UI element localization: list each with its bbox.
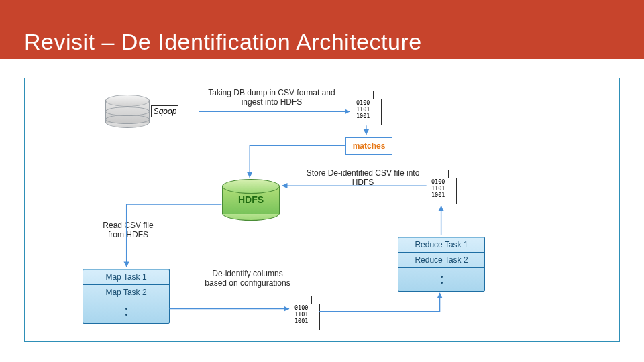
map-task-row: Map Task 1 [83, 269, 169, 285]
database-cylinder [105, 95, 150, 128]
map-task-row: Map Task 2 [83, 285, 169, 300]
label-ingest: Taking DB dump in CSV format and ingest … [205, 88, 339, 107]
hdfs-label: HDFS [238, 194, 264, 205]
diagram-canvas: Sqoop Taking DB dump in CSV format and i… [24, 78, 620, 342]
binary-text-1: 010011011001 [356, 99, 370, 119]
slide-title: Revisit – De Identification Architecture [24, 29, 422, 55]
label-read: Read CSV file from HDFS [95, 221, 162, 239]
binary-text-2: 010011011001 [294, 304, 308, 324]
reduce-task-row: Reduce Task 1 [398, 237, 484, 253]
sqoop-arrow: Sqoop [151, 101, 198, 121]
map-task-stack: Map Task 1 Map Task 2 [83, 269, 170, 324]
matches-box: matches [345, 137, 392, 155]
reduce-task-row: Reduce Task 2 [398, 253, 484, 268]
label-store: Store De-identified CSV file into HDFS [305, 168, 421, 187]
label-deid: De-identify columns based on configurati… [201, 269, 294, 288]
hdfs-cylinder: HDFS [222, 179, 280, 221]
reduce-task-stack: Reduce Task 1 Reduce Task 2 [398, 237, 485, 292]
binary-text-3: 010011011001 [431, 178, 445, 198]
csv-file-in: 010011011001 [354, 90, 382, 125]
slide-header: Revisit – De Identification Architecture [0, 0, 644, 59]
matches-label: matches [353, 141, 386, 151]
sqoop-label: Sqoop [151, 105, 178, 117]
ellipsis-dots [398, 268, 484, 291]
csv-file-out: 010011011001 [429, 170, 457, 204]
ellipsis-dots [83, 300, 169, 323]
csv-file-mid: 010011011001 [292, 296, 320, 330]
